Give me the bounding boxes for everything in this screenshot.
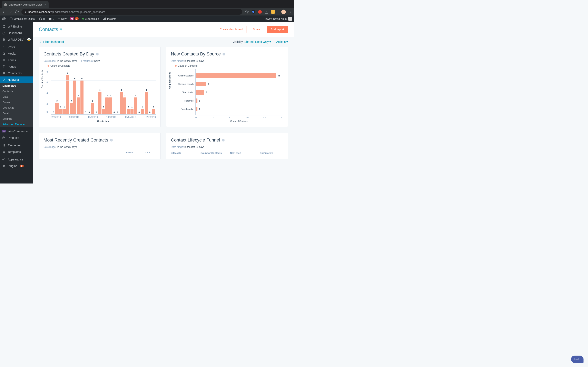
- yoast-link[interactable]: M1: [70, 17, 79, 20]
- sidebar-sub-item[interactable]: Forms: [0, 100, 33, 105]
- chart-bar[interactable]: 6: [73, 81, 76, 114]
- close-icon[interactable]: ✕: [44, 3, 46, 6]
- info-icon[interactable]: i: [96, 53, 99, 55]
- plug-icon: [2, 164, 6, 167]
- info-icon[interactable]: i: [223, 53, 225, 55]
- browser-tab[interactable]: Dashboard ‹ Omniscient Digita ✕: [2, 1, 49, 8]
- sidebar-sub-item[interactable]: Lists: [0, 94, 33, 100]
- menu-icon[interactable]: [289, 10, 292, 13]
- sidebar-item-woocommerce[interactable]: wooWooCommerce: [0, 128, 33, 134]
- sidebar-sub-item[interactable]: Contacts: [0, 89, 33, 94]
- autoptimize-link[interactable]: Autoptimize: [82, 17, 99, 20]
- count-badge: 2: [20, 165, 24, 167]
- sidebar-item-media[interactable]: Media: [0, 50, 33, 57]
- add-report-button[interactable]: Add report: [267, 26, 288, 33]
- sidebar-sub-item[interactable]: Email: [0, 110, 33, 116]
- chart-bar-row[interactable]: Social media1: [196, 106, 283, 112]
- wp-logo-icon[interactable]: [2, 17, 6, 21]
- sidebar-item-plugins[interactable]: Plugins2: [0, 163, 33, 169]
- tab-title: Dashboard ‹ Omniscient Digita: [9, 3, 42, 6]
- create-dashboard-button[interactable]: Create dashboard: [216, 26, 246, 33]
- browser-tab-strip: Dashboard ‹ Omniscient Digita ✕ +: [0, 0, 294, 8]
- reload-icon[interactable]: [15, 10, 18, 14]
- chart-bar[interactable]: 3: [123, 98, 126, 114]
- sidebar-sub-item[interactable]: Dashboard: [0, 83, 33, 89]
- chart-bar[interactable]: 3: [134, 98, 137, 114]
- actions-dropdown[interactable]: Actions ▾: [276, 40, 288, 43]
- chart-bar[interactable]: 3: [109, 98, 112, 114]
- chart-bar-row[interactable]: Organic search6: [196, 81, 283, 87]
- chart-bar[interactable]: 6: [80, 81, 84, 114]
- site-link[interactable]: Omniscient Digital: [9, 17, 35, 20]
- sidebar-item-posts[interactable]: Posts: [0, 44, 33, 50]
- chart-bar[interactable]: 4: [98, 92, 101, 115]
- chart-bar[interactable]: 7: [66, 75, 69, 114]
- ext-icon[interactable]: [271, 10, 275, 14]
- visibility-control[interactable]: Visibility: Shared: Read Only ▾: [233, 40, 271, 43]
- sidebar-item-label: HubSpot: [8, 78, 19, 81]
- refresh-count[interactable]: 8: [39, 17, 45, 20]
- chart-bar[interactable]: 2: [91, 103, 94, 114]
- info-icon[interactable]: i: [222, 139, 225, 142]
- chart-bar-row[interactable]: Offline Sources46: [196, 73, 283, 78]
- dashboard-toolbar: Filter dashboard Visibility: Shared: Rea…: [33, 37, 294, 47]
- ext-icon[interactable]: [251, 10, 255, 14]
- chevron-down-icon: ▾: [60, 26, 62, 32]
- share-button[interactable]: Share: [249, 26, 264, 33]
- svg-text:woo: woo: [3, 131, 5, 132]
- ext-icon[interactable]: [258, 10, 262, 14]
- page-title-dropdown[interactable]: Contacts ▾: [39, 26, 62, 32]
- new-tab-button[interactable]: +: [49, 2, 56, 6]
- info-icon[interactable]: i: [110, 139, 113, 142]
- bar-chart-horizontal: Original Source Offline Sources46Organic…: [171, 69, 283, 122]
- sidebar-item-elementor[interactable]: Elementor: [0, 142, 33, 149]
- new-link[interactable]: +New: [58, 17, 66, 21]
- address-bar[interactable]: beomniscient.com/wp-admin/admin.php?page…: [21, 9, 242, 15]
- chart-bar[interactable]: 4: [145, 92, 148, 115]
- sidebar-sub-item[interactable]: Advanced Features: [0, 122, 33, 127]
- sidebar-item-comments[interactable]: Comments: [0, 70, 33, 76]
- filter-icon: [39, 40, 42, 43]
- chart-bar[interactable]: 3: [77, 98, 80, 114]
- wp-admin-bar: Omniscient Digital 8 0 +New M1 Autoptimi…: [0, 16, 294, 22]
- chart-bar[interactable]: 1: [130, 109, 134, 114]
- sidebar-item-dashboard[interactable]: Dashboard: [0, 30, 33, 36]
- sidebar-item-pages[interactable]: Pages: [0, 63, 33, 70]
- sidebar-item-label: Plugins: [8, 164, 17, 167]
- chart-bar-row[interactable]: Direct traffic5: [196, 90, 283, 95]
- comments-link[interactable]: 0: [48, 17, 54, 20]
- howdy-text[interactable]: Howdy, David Khim: [264, 17, 287, 20]
- sidebar-sub-item[interactable]: Live Chat: [0, 105, 33, 110]
- gauge-icon: [2, 31, 6, 35]
- chart-bar[interactable]: 1: [102, 109, 105, 114]
- url-text: beomniscient.com/wp-admin/admin.php?page…: [28, 10, 105, 13]
- forward-icon[interactable]: [9, 10, 12, 14]
- user-avatar[interactable]: [288, 17, 292, 21]
- chart-bar[interactable]: 1: [59, 109, 62, 114]
- filter-dashboard-button[interactable]: Filter dashboard: [39, 40, 64, 43]
- profile-avatar[interactable]: [281, 9, 286, 14]
- chart-bar[interactable]: 1: [127, 109, 130, 114]
- chart-bar[interactable]: 3: [105, 98, 108, 114]
- chart-bar-row[interactable]: Referrals1: [196, 98, 283, 103]
- insights-link[interactable]: Insights: [103, 17, 116, 20]
- sidebar-item-wpmu-dev[interactable]: WPMU DEV🔒: [0, 36, 33, 43]
- ext-icon[interactable]: N: [265, 10, 268, 14]
- chart-bar[interactable]: 2: [55, 103, 58, 114]
- sidebar-item-wp-engine[interactable]: WP Engine: [0, 23, 33, 30]
- sidebar-item-forms[interactable]: Forms: [0, 57, 33, 63]
- sidebar-sub-item[interactable]: Settings: [0, 116, 33, 122]
- chart-bar[interactable]: 1: [62, 109, 66, 114]
- sidebar-item-products[interactable]: Products: [0, 134, 33, 141]
- chart-bar[interactable]: 4: [120, 92, 123, 115]
- chart-bar[interactable]: 2: [70, 103, 73, 114]
- table-header: FIRST LAST: [43, 151, 156, 154]
- star-icon[interactable]: [245, 10, 249, 14]
- sidebar-item-appearance[interactable]: Appearance: [0, 156, 33, 163]
- back-icon[interactable]: [2, 10, 6, 14]
- chart-bar[interactable]: 1: [141, 109, 144, 114]
- sidebar-item-hubspot[interactable]: HubSpot: [0, 76, 33, 83]
- chart-bar[interactable]: 1: [152, 109, 155, 114]
- tab-favicon: [4, 3, 7, 6]
- sidebar-item-templates[interactable]: Templates: [0, 149, 33, 155]
